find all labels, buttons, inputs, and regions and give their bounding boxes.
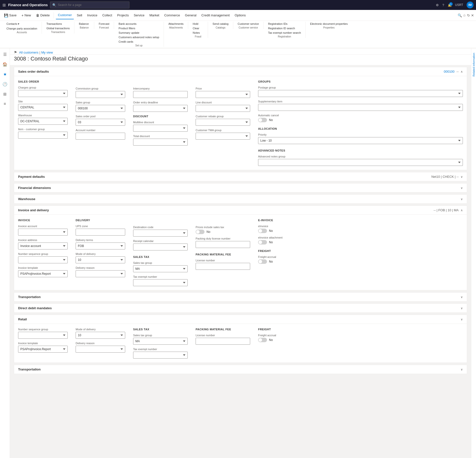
sidebar-grid[interactable]: ⊞ (1, 90, 9, 98)
retail-sales-tax-group-select[interactable]: MA (133, 338, 188, 345)
retail-license-number-input[interactable] (196, 338, 250, 345)
intercompany-input[interactable] (133, 91, 188, 98)
ups-zone-input[interactable] (76, 229, 125, 236)
warehouse-header[interactable]: Warehouse ∨ (14, 195, 467, 203)
transportation2-header[interactable]: Transportation ∨ (14, 365, 467, 374)
packing-duty-license-input[interactable] (196, 241, 250, 248)
ribbon-tax-exempt-search-item[interactable]: Tax exempt number search (267, 31, 302, 35)
ribbon-customers-advanced-notes-item[interactable]: Customers advanced notes setup (117, 35, 161, 39)
projects-tab[interactable]: Projects (115, 11, 131, 19)
sales-group-select[interactable]: 000100 (76, 105, 125, 112)
credit-management-tab[interactable]: Credit management (199, 11, 232, 19)
ribbon-credit-cards-item[interactable]: Credit cards (117, 40, 161, 44)
retail-invoice-template-select[interactable]: PSAProjInvoice.Report (18, 346, 68, 353)
ribbon-send-catalog-item[interactable]: Send catalog (211, 22, 230, 26)
notification-icon[interactable]: 🔔 1 (448, 3, 452, 7)
commerce-tab[interactable]: Commerce (162, 11, 182, 19)
customer-tma-group-select[interactable] (196, 133, 250, 140)
warehouse-select[interactable]: DC-CENTRAL (18, 118, 68, 125)
sell-tab[interactable]: Sell (75, 11, 84, 19)
payment-defaults-header[interactable]: Payment defaults Net10 | CHECK | -- ∨ (14, 172, 467, 181)
automatic-cancel-toggle[interactable] (258, 118, 267, 122)
invoice-template-select[interactable]: PSAProjInvoice.Report (18, 270, 68, 277)
delivery-reason-select[interactable] (76, 270, 125, 277)
ribbon-summary-update-item[interactable]: Summary update (117, 31, 161, 35)
ribbon-balance-item[interactable]: Balance (77, 22, 90, 26)
sidebar-hamburger[interactable]: ☰ (1, 50, 9, 58)
breadcrumb-my-view[interactable]: My view (41, 51, 53, 54)
ribbon-global-transactions-item[interactable]: Global transactions (45, 26, 71, 30)
license-number-input[interactable] (196, 263, 250, 270)
retail-header[interactable]: Retail ∨ (14, 315, 467, 324)
account-number-input[interactable] (76, 133, 125, 140)
ribbon-electronic-doc-item[interactable]: Electronic document properties (309, 22, 349, 26)
multiline-discount-select[interactable] (133, 125, 188, 132)
ribbon-bank-accounts-item[interactable]: Bank accounts (117, 22, 161, 26)
destination-code-select[interactable] (133, 230, 188, 237)
new-button[interactable]: + New (20, 11, 33, 19)
tax-exempt-number-select[interactable] (133, 279, 188, 286)
retail-tax-exempt-select[interactable] (133, 352, 188, 359)
retail-delivery-reason-select[interactable] (76, 346, 125, 353)
financial-dimensions-header[interactable]: Financial dimensions ∨ (14, 183, 467, 192)
ribbon-transactions-item[interactable]: Transactions (45, 22, 71, 26)
sidebar-star[interactable]: ★ (1, 70, 9, 78)
sidebar-list[interactable]: ≡ (1, 100, 9, 108)
ribbon-registration-ids-item[interactable]: Registration IDs (267, 22, 302, 26)
options-tab[interactable]: Options (233, 11, 248, 19)
sales-order-defaults-header[interactable]: Sales order defaults 000100 -- ∧ (14, 67, 467, 76)
app-grid-icon[interactable]: ⊞ (2, 3, 6, 7)
ribbon-clear-item[interactable]: Clear (191, 26, 201, 30)
mode-of-delivery-select[interactable]: 10 (76, 256, 125, 263)
related-information-label[interactable]: Related information (472, 53, 475, 76)
order-entry-deadline-select[interactable] (133, 105, 188, 112)
sidebar-clock[interactable]: 🕐 (1, 80, 9, 88)
customer-tab[interactable]: Customer (56, 11, 74, 19)
user-avatar[interactable]: IM (467, 1, 474, 8)
service-tab[interactable]: Service (132, 11, 146, 19)
ribbon-change-party-item[interactable]: Change party association (5, 27, 39, 31)
filter-icon[interactable]: ⚑ (14, 50, 17, 54)
market-tab[interactable]: Market (148, 11, 161, 19)
search-bar[interactable]: 🔍 (50, 1, 129, 8)
invoice-address-select[interactable]: Invoice account (18, 243, 68, 249)
receipt-calendar-select[interactable] (133, 244, 188, 250)
prices-include-tax-toggle[interactable] (196, 230, 205, 234)
einvoice-toggle[interactable] (258, 229, 267, 233)
ribbon-notes-item[interactable]: Notes (191, 31, 201, 35)
retail-mode-of-delivery-select[interactable]: 10 (76, 332, 125, 339)
ribbon-hold-item[interactable]: Hold (191, 22, 201, 26)
ribbon-customer-service-item[interactable]: Customer service (236, 22, 261, 26)
freight-accrual-toggle[interactable] (258, 259, 267, 264)
delete-button[interactable]: 🗑 Delete (34, 11, 52, 19)
breadcrumb-all-customers[interactable]: All customers (19, 51, 38, 54)
sidebar-home[interactable]: 🏠 (1, 60, 9, 68)
retail-number-sequence-select[interactable] (18, 332, 68, 339)
site-select[interactable]: CENTRAL (18, 104, 68, 111)
customer-rebate-group-select[interactable] (196, 119, 250, 126)
sales-order-pool-select[interactable]: 03 (76, 119, 125, 126)
charges-group-select[interactable] (18, 90, 68, 97)
advanced-notes-group-select[interactable] (258, 159, 463, 166)
invoice-tab[interactable]: Invoice (85, 11, 99, 19)
total-discount-select[interactable] (133, 139, 188, 146)
general-tab[interactable]: General (183, 11, 198, 19)
ribbon-forecast-item[interactable]: Forecast (97, 22, 111, 26)
number-sequence-group-select[interactable] (18, 256, 68, 263)
help-icon[interactable]: ? (442, 3, 444, 7)
einvoice-attachment-toggle[interactable] (258, 240, 267, 244)
delivery-terms-select[interactable]: FOB (76, 243, 125, 249)
close-icon[interactable]: ✕ (471, 13, 474, 17)
priority-select[interactable]: Low - 10 (258, 137, 463, 144)
item-customer-group-select[interactable] (18, 132, 68, 139)
retail-freight-toggle[interactable] (258, 338, 267, 342)
ribbon-registration-id-search-item[interactable]: Registration ID search (267, 26, 302, 30)
invoice-account-select[interactable] (18, 229, 68, 236)
ribbon-contacts-item[interactable]: Contacts ▾ (5, 22, 39, 26)
refresh-icon[interactable]: ↻ (467, 13, 470, 17)
search-input[interactable] (58, 3, 127, 7)
search-cmd-icon[interactable]: 🔍 (458, 13, 462, 17)
direct-debit-header[interactable]: Direct debit mandates ∨ (14, 304, 467, 312)
transportation-header[interactable]: Transportation ∨ (14, 293, 467, 301)
price-select[interactable] (196, 91, 250, 98)
